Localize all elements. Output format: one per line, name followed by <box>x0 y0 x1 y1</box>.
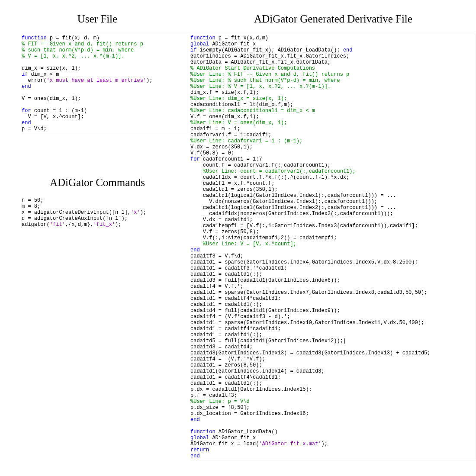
user-file-code: function p = fit(x, d, m) % FIT -- Given… <box>22 34 190 133</box>
generated-file-code: function p = fit_x(x,d,m) global ADiGato… <box>190 34 476 460</box>
commands-heading: ADiGator Commands <box>4 177 190 189</box>
commands-code: n = 50; m = 8; x = adigatorCreateDerivIn… <box>22 197 190 228</box>
left-column: User File function p = fit(x, d, m) % FI… <box>0 0 190 460</box>
page: User File function p = fit(x, d, m) % FI… <box>0 0 476 460</box>
generated-file-heading: ADiGator Generated Derivative File <box>190 13 476 25</box>
user-file-heading: User File <box>4 13 190 25</box>
right-column: ADiGator Generated Derivative File funct… <box>190 0 476 460</box>
